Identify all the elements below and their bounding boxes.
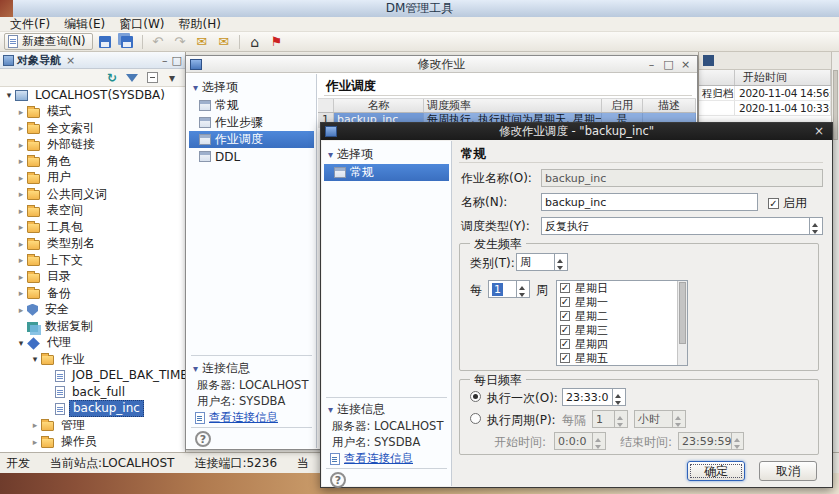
- mail-alt-icon[interactable]: ✉: [214, 33, 234, 51]
- weekday-option[interactable]: ✓星期日: [557, 281, 687, 295]
- tab-object-navigator[interactable]: 对象导航 ×: [3, 53, 77, 68]
- mail-icon[interactable]: ✉: [192, 33, 212, 51]
- view-connection-link[interactable]: 查看连接信息: [330, 451, 413, 466]
- tree-item[interactable]: ▸类型别名: [0, 236, 185, 253]
- cancel-button[interactable]: 取消: [759, 461, 817, 481]
- expander-icon[interactable]: ▸: [30, 437, 40, 447]
- category-combo[interactable]: 周: [516, 253, 568, 271]
- expander-icon[interactable]: ▸: [16, 140, 26, 150]
- scrollbar-thumb[interactable]: [679, 282, 686, 344]
- once-time-spinner[interactable]: 23:33:0: [562, 388, 626, 406]
- tree-item[interactable]: ▸目录: [0, 269, 185, 286]
- table-row[interactable]: 程归档 2020-11-04 14:56:58: [699, 86, 831, 101]
- weekday-option[interactable]: ✓星期一: [557, 295, 687, 309]
- column-header-name[interactable]: 名称: [334, 99, 424, 112]
- tree-item[interactable]: back_full: [0, 384, 185, 401]
- column-header-start-time[interactable]: 开始时间: [735, 70, 831, 85]
- home-icon[interactable]: ⌂: [245, 33, 265, 51]
- column-header-enabled[interactable]: 启用: [602, 99, 643, 112]
- minimize-panel-icon[interactable]: –: [162, 54, 168, 67]
- tree-item[interactable]: ▸安全: [0, 302, 185, 319]
- view-menu-icon[interactable]: ▾: [165, 71, 179, 85]
- schedule-type-combo[interactable]: 反复执行: [541, 217, 823, 235]
- tree-item[interactable]: ▸备份: [0, 285, 185, 302]
- selection-section-header[interactable]: ▾ 选择项: [193, 79, 238, 96]
- tree-item[interactable]: ▸操作员: [0, 434, 185, 451]
- expander-icon[interactable]: ▸: [16, 272, 26, 282]
- checkbox-checked-icon[interactable]: ✓: [560, 339, 570, 349]
- column-header-frequency[interactable]: 调度频率: [424, 99, 602, 112]
- expander-icon[interactable]: ▸: [16, 189, 26, 199]
- menu-file[interactable]: 文件(F): [6, 16, 54, 33]
- undo-icon[interactable]: ↶: [148, 33, 168, 51]
- list-scrollbar[interactable]: [677, 281, 687, 365]
- expander-icon[interactable]: ▸: [16, 107, 26, 117]
- ok-button[interactable]: 确定: [687, 461, 745, 481]
- checkbox-checked-icon[interactable]: ✓: [560, 283, 570, 293]
- expander-icon[interactable]: ▸: [16, 173, 26, 183]
- save-button[interactable]: [95, 33, 115, 51]
- expander-icon[interactable]: ▾: [4, 90, 14, 100]
- expander-icon[interactable]: ▸: [16, 239, 26, 249]
- tree-item[interactable]: ▸角色: [0, 153, 185, 170]
- close-tab-icon[interactable]: ×: [64, 54, 77, 67]
- enabled-checkbox[interactable]: ✓ 启用: [768, 195, 807, 212]
- expander-icon[interactable]: ▸: [30, 420, 40, 430]
- save-all-button[interactable]: [117, 33, 137, 51]
- execute-once-radio[interactable]: [470, 391, 481, 402]
- weekday-option[interactable]: ✓星期三: [557, 323, 687, 337]
- tree-item-backup-inc[interactable]: backup_inc: [0, 401, 185, 418]
- execute-cycle-radio[interactable]: [470, 413, 481, 424]
- expander-icon[interactable]: ▸: [16, 206, 26, 216]
- tree-item[interactable]: ▸外部链接: [0, 137, 185, 154]
- tree-item[interactable]: ▸管理: [0, 417, 185, 434]
- tree-item[interactable]: 数据复制: [0, 318, 185, 335]
- nav-item-job-steps[interactable]: 作业步骤: [189, 114, 314, 131]
- tree-item[interactable]: ▸模式: [0, 104, 185, 121]
- expander-icon[interactable]: ▸: [16, 255, 26, 265]
- table-row[interactable]: 2020-11-04 10:33:58: [699, 101, 831, 116]
- dialog-titlebar[interactable]: 修改作业调度 - "backup_inc" ×: [321, 123, 832, 140]
- maximize-button[interactable]: □: [661, 58, 676, 71]
- refresh-icon[interactable]: ↻: [105, 71, 119, 85]
- scrollbar-thumb[interactable]: [833, 70, 838, 140]
- checkbox-checked-icon[interactable]: ✓: [560, 325, 570, 335]
- weekday-option[interactable]: ✓星期二: [557, 309, 687, 323]
- tree-item[interactable]: ▸全文索引: [0, 120, 185, 137]
- menu-window[interactable]: 窗口(W): [115, 16, 168, 33]
- weekday-list[interactable]: ✓星期日 ✓星期一 ✓星期二 ✓星期三 ✓星期四 ✓星期五: [556, 280, 688, 366]
- spinner-arrows-icon[interactable]: [612, 389, 625, 405]
- menu-edit[interactable]: 编辑(E): [60, 16, 109, 33]
- tree-item-localhost[interactable]: ▾LOCALHOST(SYSDBA): [0, 87, 185, 104]
- expander-icon[interactable]: ▸: [16, 222, 26, 232]
- checkbox-checked-icon[interactable]: ✓: [560, 353, 570, 363]
- expander-icon[interactable]: ▾: [30, 354, 40, 364]
- maximize-panel-icon[interactable]: □: [172, 54, 182, 67]
- name-input[interactable]: backup_inc: [541, 193, 758, 211]
- weekday-option[interactable]: ✓星期五: [557, 351, 687, 365]
- tree-item[interactable]: ▸工具包: [0, 219, 185, 236]
- close-button[interactable]: ×: [678, 58, 693, 71]
- checkbox-checked-icon[interactable]: ✓: [768, 198, 779, 209]
- tree-item[interactable]: JOB_DEL_BAK_TIMELY: [0, 368, 185, 385]
- filter-icon[interactable]: [125, 71, 139, 85]
- checkbox-checked-icon[interactable]: ✓: [560, 297, 570, 307]
- tree-item-agent[interactable]: ▾代理: [0, 335, 185, 352]
- expander-icon[interactable]: ▸: [16, 156, 26, 166]
- dialog-titlebar[interactable]: 修改作业 – □ ×: [186, 56, 697, 73]
- close-button[interactable]: ×: [812, 123, 826, 140]
- expander-icon[interactable]: ▸: [16, 288, 26, 298]
- window-titlebar[interactable]: DM管理工具: [0, 0, 839, 17]
- new-query-button[interactable]: 新建查询(N): [4, 33, 93, 50]
- minimize-button[interactable]: –: [644, 58, 659, 71]
- tree-item[interactable]: ▸公共同义词: [0, 186, 185, 203]
- column-header-description[interactable]: 描述: [643, 99, 696, 112]
- every-spinner[interactable]: 1: [488, 280, 530, 298]
- flag-icon[interactable]: ⚑: [267, 33, 287, 51]
- tree-item-jobs[interactable]: ▾作业: [0, 351, 185, 368]
- tree-item[interactable]: ▸用户: [0, 170, 185, 187]
- checkbox-checked-icon[interactable]: ✓: [560, 311, 570, 321]
- view-connection-link[interactable]: 查看连接信息: [195, 410, 278, 425]
- expander-icon[interactable]: ▾: [16, 338, 26, 348]
- help-button[interactable]: ?: [330, 472, 346, 488]
